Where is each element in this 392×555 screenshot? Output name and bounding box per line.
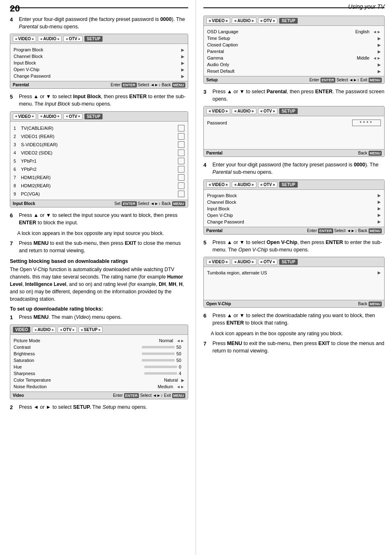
tab-setup-p2: SETUP [279, 182, 297, 188]
tab-audio-pw: «AUDIO» [232, 108, 256, 114]
tab-setup-ib: SETUP [84, 113, 103, 120]
menu-row-color-temp: Color Temperature Natural ▶ [14, 377, 184, 383]
menu-footer-inputblock: Input Block Set ENTER Select ◄►↕ Back ME… [10, 200, 188, 207]
menu-row-input-block2: Input Block▶ [207, 205, 381, 212]
menu-row-noise-reduction: Noise Reduction Medium ◄► [14, 383, 184, 390]
menu-row-reset-default: Reset Default▶ [207, 68, 381, 74]
menu-row-program-block2: Program Block▶ [207, 192, 381, 199]
step-6-left: 6 Press ▲ or ▼ to select the input sourc… [10, 212, 188, 226]
menu-row-parental: Parental▶ [207, 48, 381, 55]
menu-row-program-block: Program Block▶ [14, 46, 184, 53]
input-row-7: 7HDMI1(REAR) [14, 173, 184, 182]
input-row-9: 9PC(VGA) [14, 190, 184, 198]
menu-password: «VIDEO» «AUDIO» «OTV» SETUP Password ***… [203, 106, 385, 157]
step-6b-text: A lock icon appears in the box opposite … [10, 230, 188, 237]
input-row-5: 5YPbPr1 [14, 157, 184, 165]
footer-nav-setup: Enter ENTER Select ◄►↕ Exit MENU [309, 78, 382, 82]
tab-otv-p2: «OTV» [258, 182, 278, 188]
step-text-5: Press ▲ or ▼ to select Input Block, then… [19, 93, 188, 108]
menu-header-video: VIDEO «AUDIO» «OTV» «SETUP» [10, 325, 188, 335]
menu-parental-right: «VIDEO» «AUDIO» «OTV» SETUP Program Bloc… [203, 180, 385, 235]
step-text-7: Press MENU to exit the sub-menu, then pr… [19, 240, 188, 254]
step-2-download: 2 Press ◄ or ► to select SETUP. The Setu… [10, 403, 188, 411]
tab-audio-ib: «AUDIO» [38, 113, 62, 120]
step-num-3-r: 3 [203, 88, 211, 103]
menu-row-change-password2: Change Password▶ [207, 219, 381, 225]
tab-setup-v: «SETUP» [78, 327, 103, 333]
footer-label-inputblock: Input Block [13, 201, 35, 206]
input-row-2: 2VIDEO1 (REAR) [14, 132, 184, 140]
step-num-1-dl: 1 [10, 314, 17, 321]
step-6-right: 6 Press ▲ or ▼ to select the downloadabl… [203, 312, 385, 327]
menu-footer-password: Parental Back MENU [204, 149, 384, 157]
input-row-6: 6YPbPr2 [14, 165, 184, 173]
password-display: **** [352, 120, 381, 126]
tab-video-ib: «VIDEO» [13, 113, 36, 120]
menu-openvchip: «VIDEO» «AUDIO» «OTV» SETUP Tumbolia reg… [203, 257, 385, 308]
menu-footer-parental: Parental Enter ENTER Select ◄►↕ Back MEN… [10, 81, 188, 88]
input-row-1: 1TV(CABLE/AIR) [14, 124, 184, 132]
step-num-6-r: 6 [203, 312, 211, 327]
step-7-right: 7 Press MENU to exit the sub-menu, then … [203, 340, 385, 355]
footer-label-setup: Setup [206, 78, 218, 82]
tab-video: «VIDEO» [13, 36, 36, 42]
menu-row-hue: Hue 0 [14, 364, 184, 370]
menu-body-inputblock: 1TV(CABLE/AIR) 2VIDEO1 (REAR) 3S-VIDEO1(… [10, 122, 188, 200]
footer-nav-parental2: Enter ENTER Select ◄►↕ Back MENU [307, 228, 382, 233]
menu-row-sharpness: Sharpness 4 [14, 370, 184, 377]
tab-video-ov: «VIDEO» [206, 259, 230, 265]
step-5-left: 5 Press ▲ or ▼ to select Input Block, th… [10, 93, 188, 108]
menu-row-gamma: GammaMiddle◄► [207, 55, 381, 61]
step-4-left: 4 Enter your four-digit password (the fa… [10, 16, 188, 30]
menu-body-password: Password **** [204, 116, 384, 149]
menu-row-change-password: Change Password▶ [14, 73, 184, 79]
menu-body-openvchip: Tumbolia region, alternate US ▶ [204, 267, 384, 300]
page-title: Using your TV [348, 3, 385, 10]
step-text-2-dl: Press ◄ or ► to select SETUP. The Setup … [19, 403, 188, 411]
footer-nav-inputblock: Set ENTER Select ◄►↕ Back MENU [114, 201, 185, 206]
tab-audio-v: «AUDIO» [32, 327, 56, 333]
step-3-right: 3 Press ▲ or ▼ to select Parental, then … [203, 88, 385, 103]
tab-setup-pw: SETUP [279, 108, 297, 114]
left-column: 4 Enter your four-digit password (the fa… [0, 0, 196, 555]
menu-setup: «VIDEO» «AUDIO» «OTV» SETUP OSD Language… [203, 16, 385, 84]
menu-row-contrast: Contrast 50 [14, 344, 184, 350]
menu-header-password: «VIDEO» «AUDIO» «OTV» SETUP [204, 106, 384, 116]
footer-label-password: Parental [206, 151, 222, 155]
tab-setup: SETUP [84, 36, 103, 42]
step-num-6: 6 [10, 212, 17, 226]
downloadable-heading: To set up downloadable rating blocks: [10, 306, 188, 312]
menu-body-parental: Program Block▶ Channel Block▶ Input Bloc… [10, 44, 188, 81]
menu-row-open-vchip2: Open V-Chip▶ [207, 212, 381, 219]
tab-otv-v: «OTV» [58, 327, 77, 333]
step-4-right: 4 Enter your four-digit password (the fa… [203, 161, 385, 176]
step-num-4: 4 [10, 16, 17, 30]
step-text-6-r: Press ▲ or ▼ to select the downloadable … [212, 312, 385, 327]
menu-video: VIDEO «AUDIO» «OTV» «SETUP» Picture Mode… [10, 325, 188, 399]
footer-label-parental2: Parental [206, 228, 222, 233]
menu-row-password: Password **** [207, 119, 381, 127]
step-text-7-r: Press MENU to exit the sub-menu, then pr… [212, 340, 385, 355]
menu-row-saturation: Saturation 50 [14, 357, 184, 364]
menu-header-parental2: «VIDEO» «AUDIO» «OTV» SETUP [204, 180, 384, 190]
right-column: «VIDEO» «AUDIO» «OTV» SETUP OSD Language… [196, 0, 392, 555]
step-7-left: 7 Press MENU to exit the sub-menu, then … [10, 240, 188, 254]
input-row-3: 3S-VIDEO1(REAR) [14, 140, 184, 149]
menu-row-osd-lang: OSD LanguageEnglish◄► [207, 28, 381, 35]
step-text-5-r: Press ▲ or ▼ to select Open V-Chip, then… [212, 239, 385, 253]
step-num-7-r: 7 [203, 340, 211, 355]
menu-body-video: Picture Mode Normal ◄► Contrast 50 Brigh… [10, 335, 188, 391]
tab-video-pw: «VIDEO» [206, 108, 230, 114]
menu-row-audio-only: Audio Only▶ [207, 61, 381, 68]
tab-video-s: «VIDEO» [206, 18, 230, 24]
menu-body-setup: OSD LanguageEnglish◄► Time Setup▶ Closed… [204, 26, 384, 76]
tab-otv-ov: «OTV» [258, 259, 278, 265]
tab-setup-ov: SETUP [279, 259, 297, 265]
footer-nav-openvchip: Back MENU [358, 302, 382, 306]
footer-nav-password: Back MENU [358, 151, 382, 155]
menu-header-setup: «VIDEO» «AUDIO» «OTV» SETUP [204, 16, 384, 26]
menu-parental-left: «VIDEO» «AUDIO» «OTV» SETUP Program Bloc… [10, 34, 188, 89]
step-num-5-r: 5 [203, 239, 211, 253]
tab-otv-pw: «OTV» [258, 108, 278, 114]
tab-setup-s: SETUP [279, 18, 297, 24]
